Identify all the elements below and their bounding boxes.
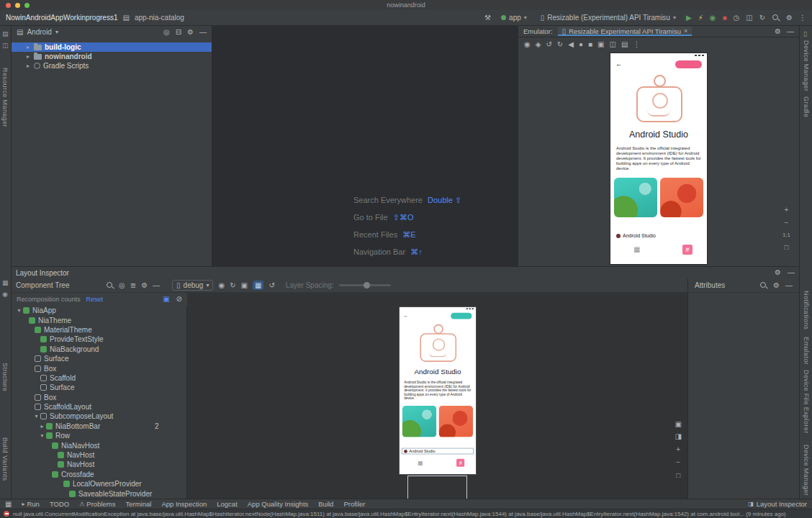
select-component-icon[interactable]: ◎ (119, 282, 125, 289)
device-selector[interactable]: ▯ Resizable (Experimental) API Tiramisu … (537, 13, 680, 22)
project-view-selector[interactable]: Android (27, 28, 51, 36)
stripe-structure[interactable]: Structure (1, 363, 9, 391)
3d-mode-button[interactable]: ▦ (253, 281, 263, 290)
live-updates-icon[interactable]: ◉ (218, 282, 225, 289)
fit-to-window-icon[interactable]: □ (784, 243, 788, 251)
chevron-down-icon[interactable]: ▾ (55, 29, 58, 35)
tree-node-subcomposelayout[interactable]: SubcomposeLayout (12, 412, 186, 421)
feed-card-teal[interactable] (402, 406, 437, 437)
build-hammer-icon[interactable]: ⚒ (484, 14, 491, 22)
pan-icon[interactable]: ▣ (675, 421, 682, 428)
tool-window-profiler[interactable]: Profiler (343, 500, 365, 508)
run-button[interactable]: ▶ (686, 14, 692, 22)
zoom-in-icon[interactable]: + (785, 206, 789, 214)
tree-node-providetextstyle[interactable]: ProvideTextStyle (12, 335, 186, 344)
search-icon[interactable] (759, 281, 767, 289)
tool-window-problems[interactable]: ⚠Problems (79, 500, 115, 508)
reset-counts-link[interactable]: Reset (86, 296, 104, 303)
tool-window-app-quality-insights[interactable]: App Quality Insights (248, 500, 309, 508)
traffic-lights[interactable] (6, 3, 30, 8)
reset-view-icon[interactable]: ↺ (269, 282, 274, 289)
tool-window-build[interactable]: Build (318, 500, 333, 508)
chevron-right-icon[interactable]: ▸ (25, 63, 31, 69)
tree-node-navhost-2[interactable]: NavHost (12, 460, 186, 469)
search-icon[interactable] (106, 281, 114, 289)
project-tree-item-nowinandroid[interactable]: ▸ nowinandroid (12, 52, 212, 61)
rotate-left-icon[interactable]: ↺ (546, 41, 551, 48)
collapse-all-icon[interactable]: ⊟ (176, 29, 181, 36)
tree-node-navhost[interactable]: NavHost (12, 450, 186, 460)
module-breadcrumb[interactable]: app-nia-catalog (135, 14, 184, 22)
process-selector[interactable]: ▯ debug ▾ (172, 280, 213, 291)
locate-file-icon[interactable]: ◎ (163, 29, 170, 36)
panel-settings-icon[interactable]: ⚙ (775, 28, 781, 35)
apply-changes-button[interactable]: ⚡ (698, 14, 703, 22)
hide-panel-icon[interactable]: — (788, 269, 795, 276)
close-tab-icon[interactable]: × (684, 28, 687, 35)
feed-card-teal[interactable] (614, 178, 657, 217)
tool-window-layout-inspector[interactable]: ◨ Layout Inspector (748, 500, 807, 508)
grid-icon[interactable]: ▦ (633, 245, 640, 253)
tree-node-scaffoldlayout[interactable]: ScaffoldLayout (12, 402, 186, 412)
back-arrow-icon[interactable]: ← (403, 313, 408, 319)
stripe-device-manager[interactable]: Device Manager (803, 40, 810, 91)
search-everywhere-icon[interactable] (772, 14, 780, 22)
refresh-icon[interactable]: ↻ (230, 282, 235, 289)
home-icon[interactable]: ● (579, 41, 583, 48)
tree-node-saveablestateprovider[interactable]: SaveableStateProvider (12, 489, 186, 498)
rendered-device-screen[interactable]: ← Android Studio Android Studio is the o… (399, 306, 477, 475)
project-tree-item-gradle-scripts[interactable]: ▸ Gradle Scripts (12, 61, 212, 71)
tree-node-surface-2[interactable]: Surface (12, 383, 186, 392)
tool-window-switcher-icon[interactable]: ▦ (5, 501, 12, 508)
chevron-icon[interactable] (33, 413, 40, 419)
chevron-right-icon[interactable]: ▸ (25, 53, 31, 60)
grid-icon[interactable]: ▦ (418, 460, 423, 466)
view-options-icon[interactable]: ≣ (130, 282, 136, 289)
tool-window-terminal[interactable]: Terminal (125, 500, 151, 508)
fold-icon[interactable]: ◫ (609, 41, 615, 48)
stripe-build-variants[interactable]: Build Variants (1, 437, 9, 481)
volume-icon[interactable]: ◈ (536, 41, 541, 48)
panel-settings-icon[interactable]: ⚙ (773, 282, 780, 289)
run-config-selector[interactable]: app ▾ (497, 13, 531, 22)
stripe-device-file-explorer[interactable]: Device File Explorer (803, 370, 810, 434)
editor-area[interactable]: Search EverywhereDouble ⇧ Go to File⇧⌘O … (212, 26, 518, 266)
tree-node-niabottombar[interactable]: NiaBottomBar2 (12, 422, 186, 431)
zoom-in-icon[interactable]: + (676, 445, 680, 453)
debug-button[interactable]: ◉ (710, 14, 716, 22)
selected-component-bounds[interactable]: Android Studio (402, 448, 474, 455)
slider-thumb[interactable] (364, 282, 370, 288)
highlight-recompositions-icon[interactable]: ▣ (163, 296, 169, 303)
tool-window-todo[interactable]: TODO (50, 500, 69, 508)
layout-inspector-canvas[interactable]: ← Android Studio Android Studio is the o… (187, 293, 687, 499)
tree-node-niabackground[interactable]: NiaBackground (12, 345, 186, 354)
tool-window-app-inspection[interactable]: App Inspection (161, 500, 207, 508)
disable-counts-icon[interactable]: ⊘ (176, 296, 182, 303)
back-icon[interactable]: ◀ (568, 41, 574, 48)
accent-chip[interactable] (675, 60, 702, 68)
tool-window-run[interactable]: ▸Run (22, 500, 39, 508)
zoom-level[interactable]: 1:1 (782, 232, 790, 238)
emulator-device-tab[interactable]: ▯ Resizable Experimental API Tiramisu × (558, 27, 693, 36)
topic-author-row[interactable]: Android Studio (616, 233, 656, 238)
project-breadcrumb[interactable]: NowinAndroidAppWorkinprogress1 (6, 14, 117, 22)
stripe-icon[interactable]: ▯ (803, 30, 807, 37)
more-options-icon[interactable]: ⋮ (633, 41, 640, 48)
tree-node-surface[interactable]: Surface (12, 354, 186, 363)
stripe-gradle[interactable]: Gradle (803, 96, 810, 117)
hide-panel-icon[interactable]: — (199, 29, 207, 36)
emulator-device-screen[interactable]: ← Android Studio Android Studio is the o… (610, 53, 708, 265)
commit-stripe-icon[interactable]: ◫ (2, 42, 9, 49)
sync-gradle-button[interactable]: ↻ (759, 14, 765, 22)
layers-icon[interactable]: ◨ (675, 433, 682, 440)
stripe-emulator[interactable]: Emulator (803, 337, 810, 365)
stripe-device-manager-2[interactable]: Device Manager (803, 445, 810, 496)
tree-settings-icon[interactable]: ⚙ (141, 282, 148, 289)
tree-node-scaffold[interactable]: Scaffold (12, 373, 186, 383)
tree-node-crossfade[interactable]: Crossfade (12, 470, 186, 479)
chevron-icon[interactable] (39, 423, 45, 430)
tree-node-nianavhost[interactable]: NiaNavHost (12, 440, 186, 450)
panel-settings-icon[interactable]: ⚙ (187, 29, 194, 36)
chevron-icon[interactable] (39, 432, 45, 439)
tree-node-niaapp[interactable]: NiaApp (12, 306, 186, 315)
